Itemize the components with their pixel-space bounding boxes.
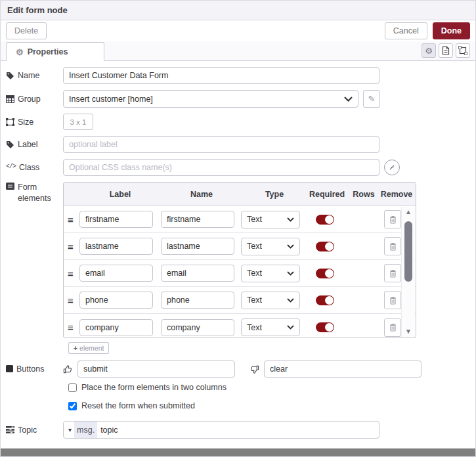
- delete-button[interactable]: Delete: [6, 22, 47, 39]
- required-toggle[interactable]: [316, 322, 334, 332]
- drag-handle-icon[interactable]: ≡: [68, 269, 79, 278]
- topic-label: Topic: [6, 425, 63, 435]
- class-picker-button[interactable]: [384, 160, 400, 175]
- properties-view-button[interactable]: ⚙: [422, 43, 436, 58]
- chevron-down-icon: [287, 325, 294, 330]
- tab-properties[interactable]: ⚙ Properties: [6, 42, 104, 61]
- edit-form-node-dialog: Edit form node Delete Cancel Done ⚙ Prop…: [0, 0, 476, 457]
- label-label: Label: [6, 140, 63, 149]
- buttons-row: Buttons: [6, 360, 470, 378]
- reset-form-checkbox[interactable]: [68, 402, 77, 410]
- element-name-input[interactable]: [161, 319, 234, 336]
- element-type-select[interactable]: Text: [241, 265, 300, 282]
- gear-icon: ⚙: [425, 46, 433, 56]
- element-type-select[interactable]: Text: [241, 211, 300, 229]
- trash-icon: [389, 296, 397, 305]
- submit-button-label-input[interactable]: [77, 360, 235, 378]
- scroll-up-icon[interactable]: ▲: [405, 207, 412, 217]
- two-columns-label: Place the form elements in two columns: [81, 383, 227, 392]
- element-type-select[interactable]: Text: [241, 292, 300, 309]
- label-input[interactable]: [63, 136, 379, 153]
- reset-form-label: Reset the form when submitted: [81, 401, 195, 410]
- group-select[interactable]: Insert customer [home]: [63, 90, 358, 108]
- element-type-select[interactable]: Text: [241, 238, 300, 255]
- form-elements-header: Label Name Type Required Rows Remove: [64, 183, 416, 206]
- two-columns-checkbox[interactable]: [68, 383, 77, 392]
- window-bottom-edge: [1, 448, 475, 456]
- element-name-input[interactable]: [161, 265, 234, 282]
- properties-panel: Name Group Insert customer [home] ✎ Size: [1, 61, 475, 439]
- gear-icon: ⚙: [16, 47, 24, 57]
- drag-handle-icon[interactable]: ≡: [68, 322, 79, 332]
- col-required: Required: [304, 190, 350, 199]
- trash-icon: [389, 215, 397, 224]
- add-element-button[interactable]: + element: [68, 342, 109, 354]
- chevron-down-icon: [287, 298, 294, 303]
- chevron-down-icon: [287, 217, 294, 222]
- form-element-row: ≡ Text: [64, 287, 416, 314]
- tag-icon: [6, 141, 14, 149]
- scrollbar-thumb[interactable]: [404, 221, 412, 282]
- edit-group-button[interactable]: ✎: [363, 90, 380, 108]
- col-label: Label: [83, 190, 157, 199]
- group-select-value: Insert customer [home]: [69, 95, 344, 104]
- table-icon: [6, 95, 14, 103]
- form-element-row: ≡ Text: [64, 206, 416, 233]
- description-view-button[interactable]: [439, 43, 453, 58]
- add-element-row: + element: [68, 341, 470, 354]
- reset-form-option: Reset the form when submitted: [68, 401, 470, 410]
- scroll-down-icon[interactable]: ▼: [405, 326, 412, 337]
- element-label-input[interactable]: [79, 238, 153, 255]
- remove-element-button[interactable]: [384, 291, 401, 309]
- object-group-icon: [6, 118, 14, 126]
- required-toggle[interactable]: [316, 242, 334, 251]
- topic-typed-input[interactable]: ▾ msg. topic: [63, 421, 379, 439]
- done-button[interactable]: Done: [433, 22, 470, 39]
- topic-value: topic: [97, 425, 118, 435]
- quill-icon: [389, 164, 395, 171]
- element-label-input[interactable]: [79, 211, 153, 228]
- trash-icon: [389, 323, 397, 332]
- clear-button-label-input[interactable]: [264, 360, 422, 378]
- dialog-titlebar: Edit form node: [1, 1, 475, 20]
- element-label-input[interactable]: [79, 292, 153, 309]
- list-alt-icon: [6, 183, 14, 190]
- dialog-title: Edit form node: [7, 5, 68, 15]
- remove-element-button[interactable]: [384, 264, 401, 282]
- name-label: Name: [6, 71, 63, 80]
- appearance-view-button[interactable]: [456, 43, 470, 58]
- drag-handle-icon[interactable]: ≡: [68, 215, 79, 225]
- tab-tools: ⚙: [422, 43, 470, 60]
- square-icon: [6, 365, 13, 372]
- class-input[interactable]: [63, 159, 379, 176]
- col-name: Name: [165, 190, 238, 199]
- required-toggle[interactable]: [316, 215, 334, 225]
- table-scrollbar[interactable]: ▲ ▼: [401, 207, 415, 337]
- element-name-input[interactable]: [161, 292, 234, 309]
- required-toggle[interactable]: [316, 269, 334, 278]
- form-elements-label: Form elements: [6, 182, 63, 204]
- drag-handle-icon[interactable]: ≡: [68, 295, 79, 305]
- typed-input-type-button[interactable]: ▾ msg.: [64, 422, 97, 438]
- element-type-select[interactable]: Text: [241, 318, 300, 336]
- buttons-label: Buttons: [6, 364, 63, 374]
- remove-element-button[interactable]: [384, 210, 401, 229]
- form-elements-row: Form elements Label Name Type Required R…: [6, 182, 470, 338]
- form-element-row: ≡ Text: [64, 260, 416, 287]
- cancel-button[interactable]: Cancel: [385, 22, 427, 39]
- element-label-input[interactable]: [79, 265, 153, 282]
- element-name-input[interactable]: [161, 238, 234, 255]
- size-row: Size 3 x 1: [6, 114, 470, 130]
- tab-bar: ⚙ Properties ⚙: [1, 41, 475, 61]
- element-name-input[interactable]: [161, 211, 234, 228]
- size-button[interactable]: 3 x 1: [63, 114, 93, 130]
- class-label: </> Class: [6, 163, 63, 172]
- name-input[interactable]: [63, 67, 379, 84]
- remove-element-button[interactable]: [384, 318, 401, 337]
- element-label-input[interactable]: [79, 319, 153, 336]
- required-toggle[interactable]: [316, 295, 334, 305]
- drag-handle-icon[interactable]: ≡: [68, 242, 79, 251]
- form-element-row: ≡ Text: [64, 314, 416, 338]
- form-elements-body: ≡ Text ≡: [64, 206, 416, 338]
- remove-element-button[interactable]: [384, 237, 401, 255]
